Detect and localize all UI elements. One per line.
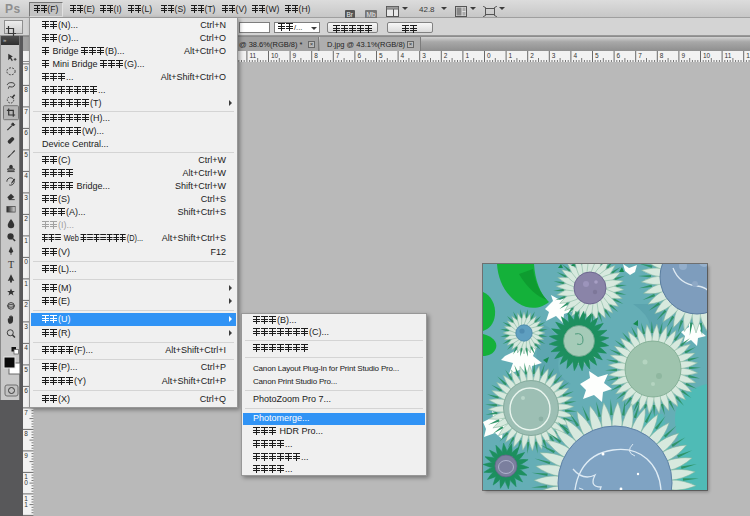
svg-text:9: 9 <box>24 65 28 72</box>
svg-text:6: 6 <box>24 387 28 394</box>
svg-text:8: 8 <box>314 52 318 59</box>
svg-text:0: 0 <box>24 479 28 486</box>
svg-text:8: 8 <box>660 52 664 59</box>
svg-text:4: 4 <box>573 52 577 59</box>
svg-text:6: 6 <box>357 52 361 59</box>
svg-text:7: 7 <box>24 409 28 416</box>
svg-text:5: 5 <box>24 151 28 158</box>
svg-text:0: 0 <box>24 258 28 265</box>
svg-text:0: 0 <box>487 52 491 59</box>
svg-text:7: 7 <box>336 52 340 59</box>
svg-text:12: 12 <box>746 52 750 59</box>
svg-text:5: 5 <box>595 52 599 59</box>
svg-text:4: 4 <box>401 52 405 59</box>
svg-text:4: 4 <box>24 172 28 179</box>
svg-text:2: 2 <box>24 215 28 222</box>
svg-text:1: 1 <box>24 237 28 244</box>
svg-text:1: 1 <box>24 501 28 508</box>
svg-text:10: 10 <box>271 52 279 59</box>
svg-text:2: 2 <box>24 301 28 308</box>
svg-text:4: 4 <box>24 344 28 351</box>
svg-text:7: 7 <box>24 108 28 115</box>
svg-text:9: 9 <box>681 52 685 59</box>
svg-text:3: 3 <box>24 323 28 330</box>
svg-text:1: 1 <box>465 52 469 59</box>
svg-text:2: 2 <box>444 52 448 59</box>
svg-text:6: 6 <box>617 52 621 59</box>
svg-text:T: T <box>8 259 14 270</box>
svg-text:3: 3 <box>422 52 426 59</box>
svg-text:10: 10 <box>703 52 711 59</box>
svg-text:6: 6 <box>24 129 28 136</box>
svg-text:11: 11 <box>725 52 732 59</box>
svg-text:8: 8 <box>24 86 28 93</box>
svg-text:2: 2 <box>530 52 534 59</box>
svg-text:7: 7 <box>638 52 642 59</box>
svg-text:5: 5 <box>24 366 28 373</box>
svg-text:5: 5 <box>379 52 383 59</box>
svg-text:3: 3 <box>24 194 28 201</box>
svg-text:1: 1 <box>24 280 28 287</box>
svg-text:9: 9 <box>24 452 28 459</box>
svg-text:9: 9 <box>293 52 297 59</box>
svg-text:3: 3 <box>552 52 556 59</box>
svg-text:1: 1 <box>509 52 513 59</box>
svg-text:8: 8 <box>24 430 28 437</box>
svg-text:11: 11 <box>249 52 256 59</box>
